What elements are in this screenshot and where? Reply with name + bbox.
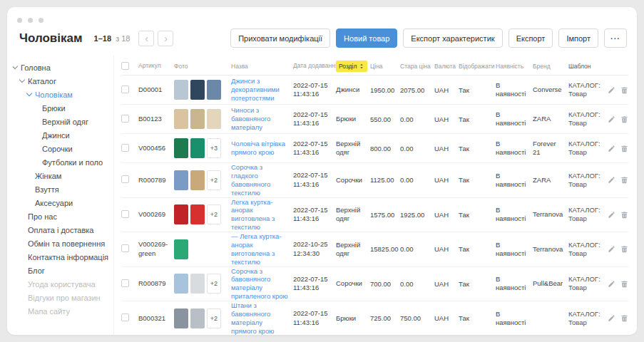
- brand-cell: ZARA: [533, 176, 568, 185]
- chevron-left-icon: ‹: [145, 33, 148, 43]
- delete-icon[interactable]: [620, 115, 628, 123]
- column-header-template[interactable]: Шаблон: [568, 63, 604, 71]
- row-checkbox[interactable]: [121, 144, 129, 152]
- edit-icon[interactable]: [608, 145, 615, 152]
- select-all-checkbox[interactable]: [121, 62, 129, 70]
- sidebar-item[interactable]: Футболки и поло: [13, 155, 112, 169]
- sidebar-item[interactable]: Відгуки про магазин: [13, 291, 112, 304]
- currency-cell: UAH: [434, 245, 459, 253]
- row-checkbox[interactable]: [121, 244, 129, 252]
- product-name-link[interactable]: — Легка куртка-анорак виготовлена з текс…: [231, 232, 282, 266]
- product-thumbnail: [174, 204, 188, 224]
- hide-modifications-button[interactable]: Приховати модифікації: [230, 28, 330, 48]
- brand-cell: Terranova: [533, 245, 568, 254]
- sidebar-item[interactable]: Оплата і доставка: [13, 223, 112, 237]
- product-name-link[interactable]: Чиноси з бавовняного матеріалу: [231, 106, 270, 131]
- column-header-date[interactable]: Дата додавання: [293, 62, 336, 70]
- new-product-button[interactable]: Новий товар: [336, 28, 397, 48]
- delete-icon[interactable]: [620, 280, 628, 288]
- delete-icon[interactable]: [620, 314, 628, 322]
- product-thumbnail: [190, 138, 205, 158]
- sidebar-item[interactable]: Обмін та повернення: [13, 237, 112, 250]
- delete-icon[interactable]: [620, 245, 628, 253]
- sidebar-item[interactable]: Блог: [13, 264, 112, 277]
- sidebar-item-label: Контактна інформація: [28, 253, 108, 261]
- display-cell: Так: [459, 280, 496, 288]
- sidebar-item[interactable]: Мапа сайту: [13, 304, 112, 318]
- row-checkbox[interactable]: [121, 175, 129, 183]
- column-header-sku[interactable]: Артикул: [138, 62, 174, 70]
- more-actions-button[interactable]: ···: [604, 28, 627, 48]
- sidebar-item[interactable]: Чоловікам: [13, 88, 112, 101]
- table-row: B00123 Чиноси з бавовняного матеріалу 20…: [121, 105, 628, 134]
- edit-icon[interactable]: [608, 280, 615, 288]
- old-price-cell: 0.00: [400, 145, 434, 152]
- availability-cell: В наявності: [496, 81, 533, 98]
- import-button[interactable]: Імпорт: [558, 28, 598, 48]
- edit-icon[interactable]: [608, 176, 615, 184]
- chevron-down-icon[interactable]: [13, 63, 18, 69]
- product-thumbnail: [174, 138, 188, 158]
- sidebar-item[interactable]: Головна: [13, 61, 112, 74]
- export-characteristics-button[interactable]: Експорт характеристик: [403, 28, 502, 48]
- sidebar-item[interactable]: Брюки: [13, 101, 112, 115]
- price-cell: 15825.00: [370, 245, 400, 253]
- sidebar-item[interactable]: Угода користувача: [13, 277, 112, 291]
- column-header-price[interactable]: Ціна: [370, 63, 400, 70]
- more-photos-badge: +2: [207, 274, 221, 294]
- delete-icon[interactable]: [620, 145, 628, 152]
- brand-cell: ZARA: [533, 115, 568, 123]
- edit-icon[interactable]: [608, 314, 615, 322]
- product-thumbnail: [190, 109, 205, 129]
- column-header-display[interactable]: Відображати: [459, 63, 496, 70]
- product-thumbnail: [174, 239, 188, 259]
- content-area: Головна Каталог Чоловікам Брюки Верхній …: [7, 55, 637, 335]
- sidebar-item[interactable]: Контактна інформація: [13, 250, 112, 264]
- sidebar-item[interactable]: Взуття: [13, 182, 112, 196]
- sidebar-item[interactable]: Сорочки: [13, 142, 112, 155]
- delete-icon[interactable]: [620, 211, 628, 219]
- column-header-section[interactable]: Розділ: [336, 61, 370, 73]
- product-name-link[interactable]: Чоловіча вітрівка прямого крою: [231, 140, 285, 156]
- edit-icon[interactable]: [608, 211, 615, 219]
- edit-icon[interactable]: [608, 86, 615, 94]
- product-name-link[interactable]: Сорочка з гладкого бавовняного текстилю: [231, 163, 270, 197]
- product-name-link[interactable]: Легка куртка-анорак виготовлена з тексти…: [231, 198, 275, 232]
- column-header-brand[interactable]: Бренд: [533, 63, 568, 71]
- table-row: D00001 Джинси з декоративними потертостя…: [121, 76, 628, 105]
- row-checkbox[interactable]: [121, 279, 129, 287]
- sidebar-item[interactable]: Каталог: [13, 74, 112, 88]
- product-name-link[interactable]: Сорочка з бавовняного матеріалу притален…: [231, 267, 288, 301]
- column-header-availability[interactable]: Наявність: [496, 63, 533, 71]
- brand-cell: Forever 21: [533, 140, 568, 157]
- row-checkbox[interactable]: [121, 210, 129, 218]
- sidebar-item[interactable]: Аксесуари: [13, 196, 112, 209]
- delete-icon[interactable]: [620, 86, 628, 94]
- sidebar-item[interactable]: Жінкам: [13, 169, 112, 182]
- chevron-down-icon[interactable]: [19, 77, 25, 83]
- table-row: V000269-green — Легка куртка-анорак виго…: [121, 232, 628, 267]
- product-name-link[interactable]: Штани з бавовняного матеріалу прямого кр…: [231, 301, 274, 335]
- export-button[interactable]: Експорт: [508, 28, 553, 48]
- next-page-button[interactable]: ›: [158, 31, 173, 46]
- product-thumbnail: [207, 80, 221, 100]
- product-name-link[interactable]: Джинси з декоративними потертостями: [231, 77, 280, 102]
- template-cell: КАТАЛОГ: Товар: [568, 172, 604, 189]
- column-header-currency[interactable]: Валюта: [434, 63, 459, 70]
- delete-icon[interactable]: [620, 176, 628, 184]
- photo-cell: +2: [174, 274, 231, 294]
- row-checkbox[interactable]: [121, 314, 129, 321]
- chevron-down-icon[interactable]: [26, 90, 32, 96]
- edit-icon[interactable]: [608, 115, 615, 123]
- sidebar-item[interactable]: Про нас: [13, 209, 112, 223]
- edit-icon[interactable]: [608, 245, 615, 253]
- table-row: R000789 +2 Сорочка з гладкого бавовняног…: [121, 163, 628, 198]
- column-header-name[interactable]: Назва: [231, 63, 293, 71]
- sidebar-item[interactable]: Джинси: [13, 128, 112, 142]
- availability-cell: В наявності: [496, 172, 533, 189]
- sidebar-item[interactable]: Верхній одяг: [13, 115, 112, 128]
- prev-page-button[interactable]: ‹: [138, 31, 154, 46]
- column-header-old-price[interactable]: Стара ціна: [400, 63, 434, 70]
- row-checkbox[interactable]: [121, 115, 129, 123]
- row-checkbox[interactable]: [121, 86, 129, 93]
